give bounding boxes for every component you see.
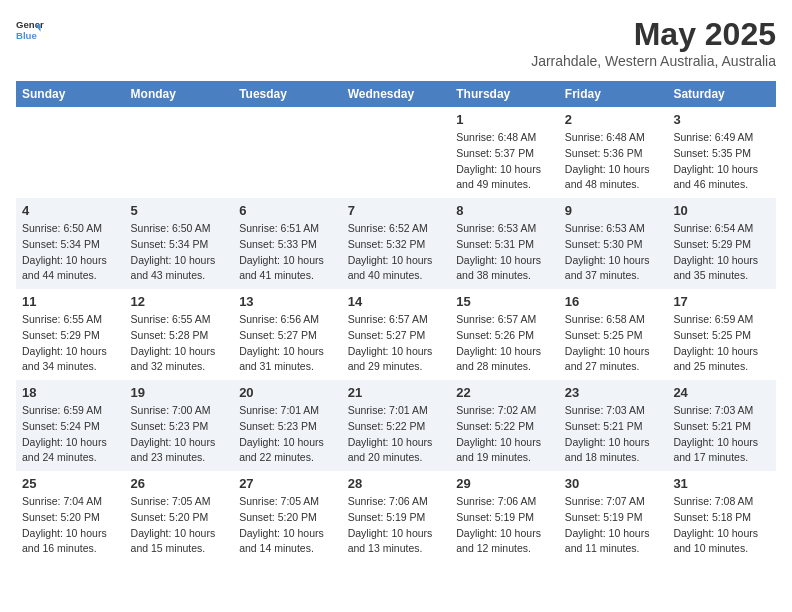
- day-info: Sunrise: 7:08 AM Sunset: 5:18 PM Dayligh…: [673, 494, 770, 557]
- week-row-3: 11Sunrise: 6:55 AM Sunset: 5:29 PM Dayli…: [16, 289, 776, 380]
- svg-text:Blue: Blue: [16, 30, 37, 41]
- day-number: 24: [673, 385, 770, 400]
- day-info: Sunrise: 7:04 AM Sunset: 5:20 PM Dayligh…: [22, 494, 119, 557]
- day-info: Sunrise: 6:48 AM Sunset: 5:37 PM Dayligh…: [456, 130, 553, 193]
- day-cell: 1Sunrise: 6:48 AM Sunset: 5:37 PM Daylig…: [450, 107, 559, 198]
- day-cell: [125, 107, 234, 198]
- day-info: Sunrise: 6:57 AM Sunset: 5:26 PM Dayligh…: [456, 312, 553, 375]
- day-number: 2: [565, 112, 662, 127]
- day-number: 21: [348, 385, 445, 400]
- day-cell: 16Sunrise: 6:58 AM Sunset: 5:25 PM Dayli…: [559, 289, 668, 380]
- day-number: 8: [456, 203, 553, 218]
- day-cell: 6Sunrise: 6:51 AM Sunset: 5:33 PM Daylig…: [233, 198, 342, 289]
- day-info: Sunrise: 6:59 AM Sunset: 5:25 PM Dayligh…: [673, 312, 770, 375]
- day-cell: 20Sunrise: 7:01 AM Sunset: 5:23 PM Dayli…: [233, 380, 342, 471]
- day-cell: 4Sunrise: 6:50 AM Sunset: 5:34 PM Daylig…: [16, 198, 125, 289]
- day-info: Sunrise: 7:06 AM Sunset: 5:19 PM Dayligh…: [456, 494, 553, 557]
- weekday-header-saturday: Saturday: [667, 81, 776, 107]
- day-cell: 30Sunrise: 7:07 AM Sunset: 5:19 PM Dayli…: [559, 471, 668, 562]
- day-number: 5: [131, 203, 228, 218]
- day-cell: [16, 107, 125, 198]
- weekday-header-row: SundayMondayTuesdayWednesdayThursdayFrid…: [16, 81, 776, 107]
- day-cell: [233, 107, 342, 198]
- day-cell: 25Sunrise: 7:04 AM Sunset: 5:20 PM Dayli…: [16, 471, 125, 562]
- day-number: 16: [565, 294, 662, 309]
- day-info: Sunrise: 7:05 AM Sunset: 5:20 PM Dayligh…: [239, 494, 336, 557]
- day-info: Sunrise: 6:55 AM Sunset: 5:28 PM Dayligh…: [131, 312, 228, 375]
- day-number: 3: [673, 112, 770, 127]
- day-cell: 24Sunrise: 7:03 AM Sunset: 5:21 PM Dayli…: [667, 380, 776, 471]
- day-info: Sunrise: 7:01 AM Sunset: 5:23 PM Dayligh…: [239, 403, 336, 466]
- week-row-2: 4Sunrise: 6:50 AM Sunset: 5:34 PM Daylig…: [16, 198, 776, 289]
- day-number: 27: [239, 476, 336, 491]
- day-info: Sunrise: 7:07 AM Sunset: 5:19 PM Dayligh…: [565, 494, 662, 557]
- calendar-table: SundayMondayTuesdayWednesdayThursdayFrid…: [16, 81, 776, 562]
- weekday-header-thursday: Thursday: [450, 81, 559, 107]
- day-number: 14: [348, 294, 445, 309]
- day-cell: 22Sunrise: 7:02 AM Sunset: 5:22 PM Dayli…: [450, 380, 559, 471]
- day-cell: 14Sunrise: 6:57 AM Sunset: 5:27 PM Dayli…: [342, 289, 451, 380]
- title-area: May 2025 Jarrahdale, Western Australia, …: [531, 16, 776, 69]
- day-cell: 11Sunrise: 6:55 AM Sunset: 5:29 PM Dayli…: [16, 289, 125, 380]
- weekday-header-wednesday: Wednesday: [342, 81, 451, 107]
- day-cell: [342, 107, 451, 198]
- day-info: Sunrise: 6:50 AM Sunset: 5:34 PM Dayligh…: [22, 221, 119, 284]
- day-info: Sunrise: 6:58 AM Sunset: 5:25 PM Dayligh…: [565, 312, 662, 375]
- week-row-4: 18Sunrise: 6:59 AM Sunset: 5:24 PM Dayli…: [16, 380, 776, 471]
- month-title: May 2025: [531, 16, 776, 53]
- day-number: 23: [565, 385, 662, 400]
- day-info: Sunrise: 6:55 AM Sunset: 5:29 PM Dayligh…: [22, 312, 119, 375]
- day-cell: 29Sunrise: 7:06 AM Sunset: 5:19 PM Dayli…: [450, 471, 559, 562]
- day-number: 28: [348, 476, 445, 491]
- day-number: 18: [22, 385, 119, 400]
- day-cell: 28Sunrise: 7:06 AM Sunset: 5:19 PM Dayli…: [342, 471, 451, 562]
- day-number: 25: [22, 476, 119, 491]
- day-number: 22: [456, 385, 553, 400]
- day-number: 6: [239, 203, 336, 218]
- day-number: 19: [131, 385, 228, 400]
- day-info: Sunrise: 6:48 AM Sunset: 5:36 PM Dayligh…: [565, 130, 662, 193]
- day-number: 29: [456, 476, 553, 491]
- day-number: 20: [239, 385, 336, 400]
- day-info: Sunrise: 6:53 AM Sunset: 5:31 PM Dayligh…: [456, 221, 553, 284]
- day-cell: 27Sunrise: 7:05 AM Sunset: 5:20 PM Dayli…: [233, 471, 342, 562]
- day-cell: 31Sunrise: 7:08 AM Sunset: 5:18 PM Dayli…: [667, 471, 776, 562]
- day-info: Sunrise: 7:00 AM Sunset: 5:23 PM Dayligh…: [131, 403, 228, 466]
- day-info: Sunrise: 6:49 AM Sunset: 5:35 PM Dayligh…: [673, 130, 770, 193]
- logo-icon: General Blue: [16, 16, 44, 44]
- day-info: Sunrise: 6:53 AM Sunset: 5:30 PM Dayligh…: [565, 221, 662, 284]
- day-cell: 8Sunrise: 6:53 AM Sunset: 5:31 PM Daylig…: [450, 198, 559, 289]
- day-cell: 26Sunrise: 7:05 AM Sunset: 5:20 PM Dayli…: [125, 471, 234, 562]
- day-number: 9: [565, 203, 662, 218]
- day-number: 11: [22, 294, 119, 309]
- day-cell: 21Sunrise: 7:01 AM Sunset: 5:22 PM Dayli…: [342, 380, 451, 471]
- day-info: Sunrise: 7:03 AM Sunset: 5:21 PM Dayligh…: [565, 403, 662, 466]
- day-number: 10: [673, 203, 770, 218]
- week-row-1: 1Sunrise: 6:48 AM Sunset: 5:37 PM Daylig…: [16, 107, 776, 198]
- day-cell: 13Sunrise: 6:56 AM Sunset: 5:27 PM Dayli…: [233, 289, 342, 380]
- day-number: 15: [456, 294, 553, 309]
- day-info: Sunrise: 6:50 AM Sunset: 5:34 PM Dayligh…: [131, 221, 228, 284]
- day-number: 4: [22, 203, 119, 218]
- day-cell: 5Sunrise: 6:50 AM Sunset: 5:34 PM Daylig…: [125, 198, 234, 289]
- day-cell: 10Sunrise: 6:54 AM Sunset: 5:29 PM Dayli…: [667, 198, 776, 289]
- weekday-header-tuesday: Tuesday: [233, 81, 342, 107]
- logo: General Blue: [16, 16, 44, 44]
- day-info: Sunrise: 6:57 AM Sunset: 5:27 PM Dayligh…: [348, 312, 445, 375]
- day-cell: 18Sunrise: 6:59 AM Sunset: 5:24 PM Dayli…: [16, 380, 125, 471]
- header: General Blue May 2025 Jarrahdale, Wester…: [16, 16, 776, 69]
- day-cell: 12Sunrise: 6:55 AM Sunset: 5:28 PM Dayli…: [125, 289, 234, 380]
- day-info: Sunrise: 6:54 AM Sunset: 5:29 PM Dayligh…: [673, 221, 770, 284]
- day-number: 13: [239, 294, 336, 309]
- day-info: Sunrise: 6:51 AM Sunset: 5:33 PM Dayligh…: [239, 221, 336, 284]
- day-number: 17: [673, 294, 770, 309]
- day-number: 26: [131, 476, 228, 491]
- day-info: Sunrise: 7:02 AM Sunset: 5:22 PM Dayligh…: [456, 403, 553, 466]
- day-cell: 17Sunrise: 6:59 AM Sunset: 5:25 PM Dayli…: [667, 289, 776, 380]
- day-cell: 9Sunrise: 6:53 AM Sunset: 5:30 PM Daylig…: [559, 198, 668, 289]
- day-info: Sunrise: 6:52 AM Sunset: 5:32 PM Dayligh…: [348, 221, 445, 284]
- day-info: Sunrise: 6:59 AM Sunset: 5:24 PM Dayligh…: [22, 403, 119, 466]
- week-row-5: 25Sunrise: 7:04 AM Sunset: 5:20 PM Dayli…: [16, 471, 776, 562]
- weekday-header-friday: Friday: [559, 81, 668, 107]
- weekday-header-monday: Monday: [125, 81, 234, 107]
